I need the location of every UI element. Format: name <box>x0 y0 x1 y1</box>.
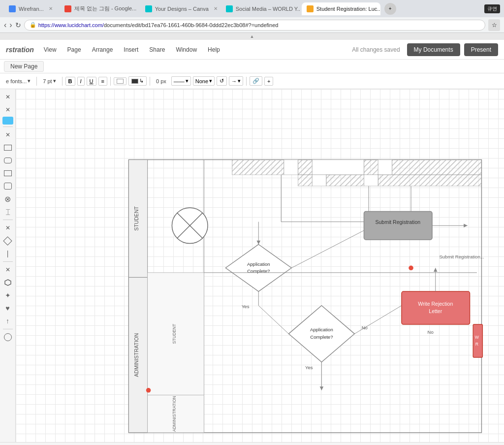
flowchart-svg: STUDENT ADMINISTRATION STUDENT ADMINISTR… <box>16 89 504 442</box>
refresh-button[interactable]: ↻ <box>15 21 21 29</box>
svg-text:Application: Application <box>310 327 333 332</box>
toolbar-separator2 <box>62 77 63 86</box>
menu-view[interactable]: View <box>39 44 62 55</box>
svg-text:Yes: Yes <box>305 365 313 370</box>
svg-rect-16 <box>298 159 313 175</box>
star-tool[interactable]: ✦ <box>2 289 14 301</box>
circle-tool[interactable] <box>2 331 14 343</box>
expand-bar: ▲ <box>0 33 504 40</box>
cylinder-tool[interactable] <box>2 180 14 192</box>
add-button[interactable]: + <box>264 77 273 86</box>
tab-close-icon[interactable]: ✕ <box>49 6 53 11</box>
rounded-rect-tool[interactable] <box>2 155 14 166</box>
hexagon-icon <box>4 279 12 286</box>
svg-rect-17 <box>312 159 364 175</box>
bookmark-icon[interactable]: ☆ <box>488 19 500 31</box>
svg-text:R: R <box>475 342 478 347</box>
tab-social-media[interactable]: Social Media – WORLD Y... ✕ <box>221 2 300 15</box>
svg-text:Complete?: Complete? <box>310 334 333 340</box>
svg-text:Submit Registration...: Submit Registration... <box>439 254 484 259</box>
tool-separator2 <box>3 220 13 220</box>
svg-marker-0 <box>5 280 11 286</box>
menu-window[interactable]: Window <box>171 44 202 55</box>
line-direction-icon: ↳ <box>139 78 144 84</box>
svg-rect-20 <box>392 159 482 175</box>
address-bar[interactable]: 🔒 https://www.lucidchart.com/ documents/… <box>24 20 485 31</box>
left-tool-panel: ✕ ✕ ✕ ⊗ ⌶ ✕ | ✕ ✦ ♥ ↑ <box>0 89 16 442</box>
svg-rect-25 <box>378 175 481 186</box>
rect-tool[interactable] <box>2 142 14 154</box>
menu-page[interactable]: Page <box>63 44 86 55</box>
link-button[interactable]: 🔗 <box>250 76 262 86</box>
new-tab-button[interactable]: + <box>384 3 396 15</box>
svg-line-44 <box>258 306 288 334</box>
close-tool[interactable]: ✕ <box>2 91 14 103</box>
tab-canva[interactable]: Your Designs – Canva ✕ <box>140 2 219 15</box>
close-tool2[interactable]: ✕ <box>2 104 14 116</box>
select-tool[interactable] <box>2 117 13 125</box>
my-documents-button[interactable]: My Documents <box>407 43 460 56</box>
close-tool5[interactable]: ✕ <box>2 264 14 276</box>
none-selector[interactable]: None ▾ <box>193 76 215 86</box>
hexagon-tool[interactable] <box>2 277 14 288</box>
font-size-selector[interactable]: 7 pt ▾ <box>40 77 59 85</box>
forward-button[interactable]: › <box>9 21 12 30</box>
tab-close-icon[interactable]: ✕ <box>214 6 218 11</box>
font-size-label: 7 pt <box>43 78 52 84</box>
menu-help[interactable]: Help <box>203 44 225 55</box>
svg-rect-15 <box>284 159 298 175</box>
tab-lucidchart[interactable]: Student Registration: Luc... ✕ <box>302 2 380 15</box>
svg-rect-18 <box>364 159 378 175</box>
url-path: documents/edit/bd17ea76-1661-460b-9684-0… <box>104 22 278 28</box>
arrow-style-selector[interactable]: → ▾ <box>229 76 243 86</box>
svg-line-35 <box>291 225 373 268</box>
svg-text:Application: Application <box>247 261 270 267</box>
new-page-tab[interactable]: New Page <box>4 61 44 72</box>
app-header: rstration View Page Arrange Insert Share… <box>0 40 504 60</box>
cross-tool[interactable]: ⊗ <box>2 193 14 205</box>
line-color-button[interactable]: ↳ <box>128 76 147 86</box>
menu-share[interactable]: Share <box>144 44 170 55</box>
save-status: All changes saved <box>352 46 400 53</box>
close-tool4[interactable]: ✕ <box>2 222 14 234</box>
present-button[interactable]: Present <box>464 43 498 56</box>
svg-text:W: W <box>475 335 479 340</box>
diamond-shape <box>3 236 12 245</box>
rect-tool2[interactable] <box>2 167 14 179</box>
svg-marker-59 <box>464 223 468 227</box>
font-family-selector[interactable]: e fonts... ▾ <box>3 77 33 85</box>
svg-rect-19 <box>378 159 392 175</box>
underline-button[interactable]: U <box>87 77 96 86</box>
rotate-button[interactable]: ↺ <box>217 76 227 86</box>
svg-text:No: No <box>362 325 368 330</box>
back-button[interactable]: ‹ <box>4 21 6 30</box>
fill-color-button[interactable] <box>114 77 126 85</box>
svg-text:ADMINISTRATION: ADMINISTRATION <box>172 396 177 432</box>
address-bar-row: ‹ › ↻ 🔒 https://www.lucidchart.com/ docu… <box>0 17 504 33</box>
arrow-tool[interactable]: ↑ <box>2 315 14 327</box>
tab-google-doc[interactable]: 제목 없는 그림 - Google... ✕ <box>60 2 138 15</box>
px-value[interactable]: 0 px <box>153 77 169 85</box>
menu-insert[interactable]: Insert <box>119 44 143 55</box>
page-tabs-row: New Page <box>0 60 504 73</box>
menu-arrange[interactable]: Arrange <box>87 44 118 55</box>
line-tool[interactable]: | <box>2 248 14 259</box>
browser-chrome: Wirefran... ✕ 제목 없는 그림 - Google... ✕ You… <box>0 0 504 17</box>
close-tool3[interactable]: ✕ <box>2 129 14 141</box>
diamond-tool[interactable] <box>2 235 14 247</box>
svg-marker-61 <box>434 268 438 272</box>
cursor-tool[interactable]: ⌶ <box>2 206 14 218</box>
svg-marker-31 <box>256 241 260 245</box>
line-style-selector[interactable]: —— ▾ <box>171 76 191 86</box>
align-button[interactable]: ≡ <box>98 77 107 86</box>
heart-tool[interactable]: ♥ <box>2 302 14 314</box>
bold-button[interactable]: B <box>65 77 75 86</box>
tab-wirefran[interactable]: Wirefran... ✕ <box>4 2 58 15</box>
italic-button[interactable]: I <box>77 77 85 86</box>
svg-text:STUDENT: STUDENT <box>172 323 177 344</box>
canvas-area[interactable]: STUDENT ADMINISTRATION STUDENT ADMINISTR… <box>16 89 504 442</box>
svg-rect-24 <box>364 175 378 186</box>
main-area: ✕ ✕ ✕ ⊗ ⌶ ✕ | ✕ ✦ ♥ ↑ <box>0 89 504 442</box>
lock-icon: 🔒 <box>30 22 36 28</box>
svg-marker-57 <box>320 386 324 390</box>
